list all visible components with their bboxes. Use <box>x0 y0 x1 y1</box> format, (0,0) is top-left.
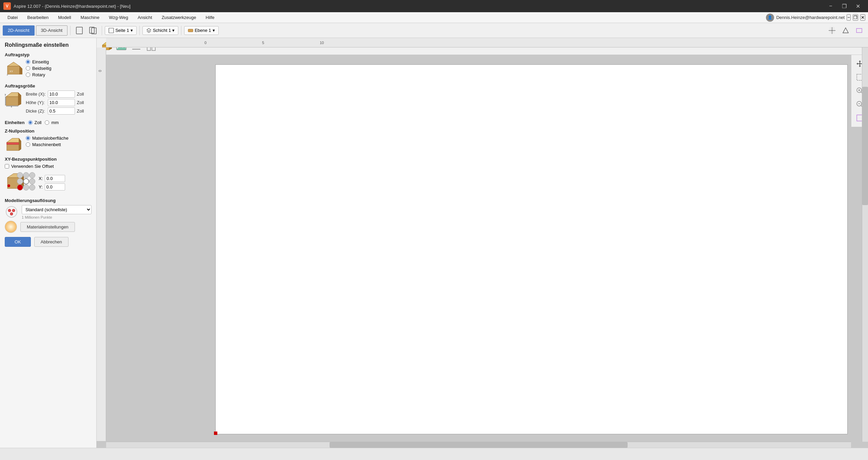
x-label: X: <box>39 176 43 181</box>
dicke-input[interactable] <box>48 107 75 115</box>
breite-label: Breite (X): <box>26 92 46 97</box>
svg-text:XY: XY <box>9 70 13 73</box>
radio-einseitig[interactable]: Einseitig <box>26 59 51 64</box>
user-maximize-button[interactable]: ❐ <box>853 14 858 21</box>
svg-rect-48 <box>152 47 155 51</box>
menu-bearbeiten[interactable]: Bearbeiten <box>22 14 53 21</box>
radio-zoll[interactable]: Zoll <box>28 120 42 125</box>
page-dropdown[interactable]: Seite 1 ▾ <box>105 26 136 35</box>
auftragsgroesse-icon: x y <box>5 91 22 108</box>
auftragstyp-group: Einseitig Beidseitig Rotary <box>26 59 51 77</box>
modellierung-note: 1 Millionen Punkte <box>22 215 92 219</box>
y-input[interactable] <box>45 183 65 191</box>
xy-dot-bm[interactable] <box>23 184 29 191</box>
view-2d-button[interactable]: 2D-Ansicht <box>3 25 35 36</box>
xy-dot-grid <box>17 172 35 191</box>
materialeinstellungen-button[interactable]: Materialeinstellungen <box>20 222 75 232</box>
svg-point-33 <box>12 209 15 212</box>
statusbar <box>0 448 868 460</box>
menu-modell[interactable]: Modell <box>53 14 76 21</box>
close-button[interactable]: ✕ <box>851 0 865 12</box>
material-color-icon[interactable] <box>5 221 17 233</box>
page-label: Seite 1 <box>115 28 129 33</box>
svg-text:y: y <box>5 93 6 96</box>
svg-text:10: 10 <box>320 41 324 45</box>
xy-dot-br[interactable] <box>29 184 35 191</box>
menu-wzgweg[interactable]: Wzg-Weg <box>104 14 133 21</box>
einheiten-header: Einheiten <box>5 120 25 125</box>
menu-maschine[interactable]: Maschine <box>76 14 104 21</box>
xy-dot-mm[interactable] <box>23 178 29 184</box>
minimize-button[interactable]: − <box>824 0 837 12</box>
window-controls: − ❐ ✕ <box>824 0 865 12</box>
auftragsgroesse-grid: Breite (X): Zoll Höhe (Y): Zoll Dicke (Z… <box>26 91 84 115</box>
menu-datei[interactable]: Datei <box>3 14 22 21</box>
svg-marker-12 <box>7 62 20 66</box>
svg-rect-4 <box>188 29 193 32</box>
dicke-unit: Zoll <box>77 108 84 114</box>
hoehe-input[interactable] <box>48 99 75 106</box>
svg-marker-9 <box>843 28 848 33</box>
ruler-top: 0 5 10 <box>106 38 868 47</box>
work-canvas[interactable] <box>215 64 848 434</box>
sheet-single-icon[interactable] <box>73 24 85 37</box>
radio-beidseitig[interactable]: Beidseitig <box>26 66 51 71</box>
sheet-double-icon[interactable] <box>87 24 99 37</box>
menu-hilfe[interactable]: Hilfe <box>201 14 219 21</box>
vertical-scrollbar[interactable] <box>862 47 868 442</box>
view-toolbar: 2D-Ansicht 3D-Ansicht Seite 1 ▾ Schicht … <box>0 23 868 38</box>
ok-button[interactable]: OK <box>5 237 31 247</box>
x-input[interactable] <box>45 175 65 182</box>
user-avatar: 👤 <box>766 14 774 22</box>
svg-marker-18 <box>18 93 21 105</box>
materialeinstellungen-row: Materialeinstellungen <box>5 221 92 233</box>
xy-dot-bl[interactable] <box>17 184 23 191</box>
auftragstyp-header: Auftragstyp <box>5 52 92 57</box>
snap-grid-icon[interactable] <box>826 24 838 37</box>
abbrechen-button[interactable]: Abbrechen <box>34 237 68 247</box>
ruler-left: 0 <box>97 47 106 441</box>
svg-rect-16 <box>6 97 18 105</box>
ruler-left-svg: 0 <box>97 47 106 319</box>
layer-dropdown-arrow: ▾ <box>172 28 175 33</box>
xy-dot-tr[interactable] <box>29 172 35 178</box>
breite-input[interactable] <box>48 91 75 98</box>
svg-marker-17 <box>6 93 18 97</box>
xy-dot-tm[interactable] <box>23 172 29 178</box>
triangle-icon[interactable] <box>840 24 852 37</box>
breite-unit: Zoll <box>77 92 84 97</box>
rectangle-icon[interactable] <box>853 24 865 37</box>
xy-bezug-header: XY-Bezugspunktposition <box>5 157 92 162</box>
menu-ansicht[interactable]: Ansicht <box>133 14 157 21</box>
page-dropdown-arrow: ▾ <box>131 28 133 33</box>
radio-maschinenbett[interactable]: Maschinenbett <box>26 142 68 147</box>
radio-rotary[interactable]: Rotary <box>26 72 51 77</box>
dicke-label: Dicke (Z): <box>26 108 46 114</box>
layer-dropdown[interactable]: Schicht 1 ▾ <box>142 26 178 35</box>
z-nullposition-icon <box>5 136 22 153</box>
level-dropdown[interactable]: Ebene 1 ▾ <box>184 26 218 35</box>
level-label: Ebene 1 <box>195 28 211 33</box>
toolbar-separator-3 <box>139 26 140 35</box>
toolbar-separator <box>70 26 71 35</box>
view-3d-button[interactable]: 3D-Ansicht <box>36 25 68 36</box>
menu-zusatzwerkzeuge[interactable]: Zusatzwerkzeuge <box>157 14 201 21</box>
xy-dot-tl[interactable] <box>17 172 23 178</box>
svg-rect-47 <box>147 47 151 51</box>
user-minimize-button[interactable]: − <box>847 14 851 21</box>
modellierung-select[interactable]: Standard (schnellste) Hoch Sehr hoch <box>22 205 92 214</box>
svg-rect-10 <box>856 28 862 33</box>
radio-materialoberfläche[interactable]: Materialoberfläche <box>26 136 68 141</box>
radio-mm[interactable]: mm <box>45 120 59 125</box>
svg-text:x: x <box>7 74 8 76</box>
xy-dot-mr[interactable] <box>29 178 35 184</box>
horizontal-scrollbar[interactable] <box>106 442 851 448</box>
offset-checkbox[interactable] <box>5 164 9 168</box>
maximize-button[interactable]: ❐ <box>837 0 851 12</box>
svg-marker-13 <box>20 66 22 74</box>
toolbar-separator-4 <box>181 26 181 35</box>
xy-dot-ml[interactable] <box>17 178 23 184</box>
user-close-button[interactable]: ✕ <box>860 14 865 21</box>
vscroll-thumb[interactable] <box>862 87 868 205</box>
hscroll-thumb[interactable] <box>330 442 628 448</box>
